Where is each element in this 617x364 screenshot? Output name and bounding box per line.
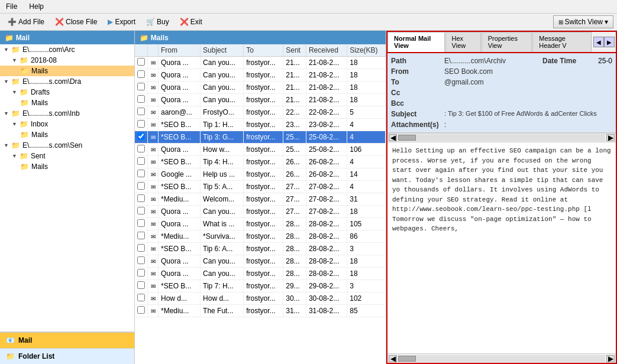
tree-item[interactable]: ▼📁E\..........s.com\Sen (0, 140, 134, 151)
switch-view-button[interactable]: ⊞ Switch View ▾ (553, 15, 613, 28)
scroll-thumb[interactable] (398, 135, 416, 141)
row-checkbox[interactable] (135, 292, 148, 305)
tree-label: Drafts (31, 88, 50, 96)
th-received[interactable]: Received (306, 44, 347, 57)
menu-file[interactable]: File (4, 1, 20, 12)
th-to[interactable]: To (244, 44, 283, 57)
tree-item[interactable]: ▼📁Sent (0, 151, 134, 161)
table-row[interactable]: ✉ Quora ... What is ... frostyor... 28..… (135, 218, 386, 230)
tab-right-arrow[interactable]: ▶ (604, 37, 615, 47)
table-row[interactable]: ✉ Quora ... Can you... frostyor... 21...… (135, 82, 386, 94)
th-sent[interactable]: Sent (283, 44, 306, 57)
row-checkbox[interactable] (135, 218, 148, 230)
table-row[interactable]: ✉ Google ... Help us ... frostyor... 26.… (135, 168, 386, 181)
table-row[interactable]: ✉ aaron@... FrostyO... frostyor... 22...… (135, 106, 386, 119)
tree-expand-icon[interactable]: ▼ (12, 57, 17, 63)
table-row[interactable]: ✉ *Mediu... Welcom... frostyor... 27... … (135, 193, 386, 206)
tree-expand-icon[interactable]: ▼ (12, 121, 17, 127)
row-checkbox[interactable] (135, 69, 148, 82)
row-checkbox[interactable] (135, 82, 148, 94)
tree-item[interactable]: ▼📁E\..........s.com\Dra (0, 76, 134, 87)
table-row[interactable]: ✉ How d... How d... frostyor... 30... 30… (135, 292, 386, 305)
row-checkbox[interactable] (135, 156, 148, 168)
body-scroll-thumb[interactable] (398, 356, 416, 362)
table-row[interactable]: ✉ *SEO B... Tip 7: H... frostyor... 29..… (135, 280, 386, 292)
tree-item[interactable]: ▼📁E\..........s.com\Inb (0, 108, 134, 119)
tree-expand-icon[interactable]: ▼ (12, 153, 17, 159)
table-row[interactable]: ✉ Quora ... Can you... frostyor... 21...… (135, 94, 386, 106)
row-checkbox[interactable] (135, 131, 148, 144)
table-row[interactable]: ✉ Quora ... Can you... frostyor... 28...… (135, 268, 386, 280)
nav-folder-list[interactable]: 📁 Folder List (0, 348, 134, 364)
row-checkbox[interactable] (135, 230, 148, 243)
body-scroll-left-btn[interactable]: ◀ (389, 355, 397, 362)
buy-button[interactable]: 🛒 Buy (142, 16, 173, 28)
tree-item[interactable]: 📁Mails (0, 66, 134, 76)
table-row[interactable]: ✉ *SEO B... Tip 3: G... frostyor... 25..… (135, 131, 386, 144)
nav-mail[interactable]: 📧 Mail (0, 332, 134, 348)
table-row[interactable]: ✉ *SEO B... Tip 1: H... frostyor... 23..… (135, 119, 386, 131)
scroll-right-btn[interactable]: ▶ (606, 134, 615, 141)
folder-icon: 📁 (20, 162, 29, 171)
tree-expand-icon[interactable]: ▼ (12, 89, 17, 95)
tab-properties-view[interactable]: Properties View (482, 32, 532, 52)
menu-help[interactable]: Help (27, 1, 46, 12)
table-row[interactable]: ✉ Quora ... Can you... frostyor... 21...… (135, 69, 386, 82)
row-checkbox[interactable] (135, 193, 148, 206)
table-row[interactable]: ✉ *SEO B... Tip 5: A... frostyor... 27..… (135, 181, 386, 193)
scroll-left-btn[interactable]: ◀ (389, 134, 397, 141)
row-subject: Can you... (201, 57, 244, 69)
row-checkbox[interactable] (135, 255, 148, 268)
tree-item[interactable]: ▼📁Inbox (0, 119, 134, 129)
table-row[interactable]: ✉ *SEO B... Tip 6: A... frostyor... 28..… (135, 243, 386, 255)
tree-expand-icon[interactable]: ▼ (4, 110, 9, 116)
table-row[interactable]: ✉ *Mediu... The Fut... frostyor... 31...… (135, 305, 386, 317)
row-checkbox[interactable] (135, 57, 148, 69)
tree-expand-icon[interactable]: ▼ (4, 47, 9, 53)
row-from: *SEO B... (159, 119, 201, 131)
tree-item[interactable]: ▼📁E\..........com\Arc (0, 44, 134, 55)
row-checkbox[interactable] (135, 206, 148, 218)
mail-table-wrap[interactable]: From Subject To Sent Received Size(KB) ✉… (135, 44, 386, 364)
table-row[interactable]: ✉ *Mediu... *Surviva... frostyor... 28..… (135, 230, 386, 243)
tree-expand-icon[interactable]: ▼ (4, 79, 9, 84)
tree-item[interactable]: 📁Mails (0, 98, 134, 108)
row-checkbox[interactable] (135, 268, 148, 280)
table-row[interactable]: ✉ Quora ... Can you... frostyor... 27...… (135, 206, 386, 218)
row-checkbox[interactable] (135, 280, 148, 292)
tab-hex-view[interactable]: Hex View (445, 32, 481, 52)
table-row[interactable]: ✉ Quora ... Can you... frostyor... 21...… (135, 57, 386, 69)
tab-left-arrow[interactable]: ◀ (593, 37, 604, 47)
th-subject[interactable]: Subject (201, 44, 244, 57)
row-checkbox[interactable] (135, 305, 148, 317)
table-row[interactable]: ✉ Quora ... How w... frostyor... 25... 2… (135, 144, 386, 156)
tree-item[interactable]: ▼📁2018-08 (0, 55, 134, 66)
row-checkbox[interactable] (135, 94, 148, 106)
exit-button[interactable]: ❌ Exit (176, 16, 206, 28)
body-scroll-right-btn[interactable]: ▶ (606, 355, 615, 362)
row-checkbox[interactable] (135, 181, 148, 193)
add-file-button[interactable]: ➕ Add File (4, 16, 49, 28)
row-received: 26-08-2... (306, 168, 347, 181)
tree-item[interactable]: ▼📁Drafts (0, 87, 134, 98)
export-button[interactable]: ▶ Export (104, 16, 140, 28)
tab-normal-mail-view[interactable]: Normal Mail View (387, 32, 445, 52)
tree-item[interactable]: 📁Mails (0, 129, 134, 140)
th-from[interactable]: From (159, 44, 201, 57)
row-checkbox[interactable] (135, 243, 148, 255)
meta-section: Path E\..........com\Archiv Date Time 25… (387, 53, 616, 133)
table-row[interactable]: ✉ *SEO B... Tip 4: H... frostyor... 26..… (135, 156, 386, 168)
tree-expand-icon[interactable]: ▼ (4, 142, 9, 148)
tree-item[interactable]: 📁Mails (0, 161, 134, 172)
row-checkbox[interactable] (135, 119, 148, 131)
meta-scrollbar[interactable]: ◀ ▶ (387, 133, 616, 142)
tab-message-header[interactable]: Message Header V (532, 32, 592, 52)
body-scrollbar[interactable]: ◀ ▶ (387, 353, 616, 363)
row-checkbox[interactable] (135, 168, 148, 181)
table-row[interactable]: ✉ Quora ... Can you... frostyor... 28...… (135, 255, 386, 268)
tree-area[interactable]: ▼📁E\..........com\Arc▼📁2018-08📁Mails▼📁E\… (0, 44, 134, 332)
row-checkbox[interactable] (135, 144, 148, 156)
row-checkbox[interactable] (135, 106, 148, 119)
close-file-button[interactable]: ❌ Close File (51, 16, 101, 28)
th-size[interactable]: Size(KB) (347, 44, 386, 57)
